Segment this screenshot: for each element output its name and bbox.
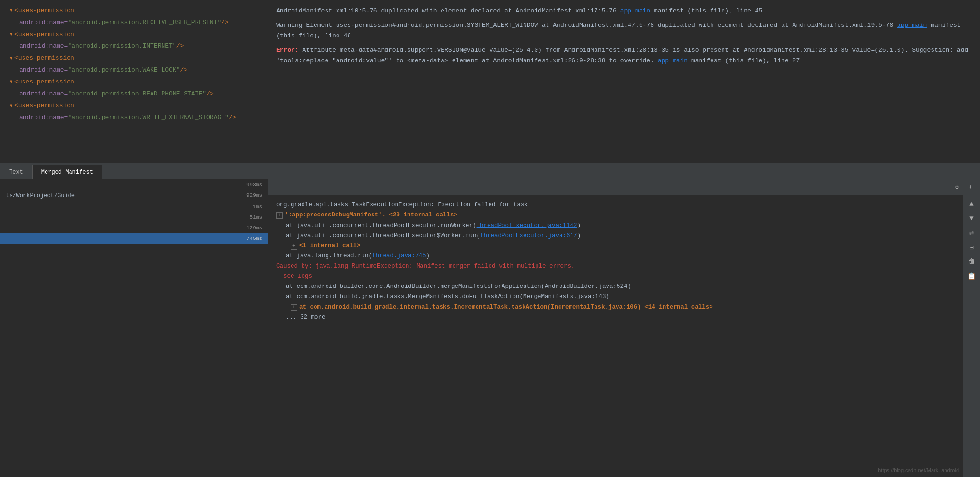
xml-line-5: ▼ <uses-permission bbox=[0, 100, 268, 112]
xml-attribute: android:name= bbox=[19, 113, 68, 123]
xml-value: "android.permission.INTERNET" bbox=[68, 41, 176, 51]
console-line-4: at java.util.concurrent.ThreadPoolExecut… bbox=[286, 231, 955, 241]
console-line-2: +':app:processDebugManifest'. <29 intern… bbox=[276, 210, 955, 220]
build-path: ts/WorkProject/Guide bbox=[6, 192, 75, 199]
console-line-seelogs: see logs bbox=[276, 272, 955, 282]
message-1: AndroidManifest.xml:10:5-76 duplicated w… bbox=[276, 6, 972, 16]
thread-pool-link-1[interactable]: ThreadPoolExecutor.java:1142 bbox=[477, 222, 577, 229]
expand-button-1[interactable]: + bbox=[276, 212, 283, 219]
console-line-caused: Caused by: java.lang.RuntimeException: M… bbox=[276, 262, 955, 272]
arrow-icon: ▼ bbox=[10, 55, 12, 62]
xml-value: "android.permission.READ_PHONE_STATE" bbox=[68, 89, 206, 99]
build-list: 993ms ts/WorkProject/Guide 929ms 1ms 51m… bbox=[0, 179, 268, 477]
xml-attribute: android:name= bbox=[19, 41, 68, 51]
delete-button[interactable]: 🗑 bbox=[965, 255, 979, 268]
xml-value: "android.permission.WRITE_EXTERNAL_STORA… bbox=[68, 113, 228, 123]
xml-attr-phone: android:name="android.permission.READ_PH… bbox=[10, 88, 268, 100]
xml-line-4: ▼ <uses-permission bbox=[0, 76, 268, 88]
xml-line-2: ▼ <uses-permission bbox=[0, 29, 268, 41]
build-item-1[interactable]: 993ms bbox=[0, 179, 268, 190]
xml-tag: <uses-permission bbox=[14, 30, 74, 40]
console-line-3: at java.util.concurrent.ThreadPoolExecut… bbox=[286, 221, 955, 231]
xml-attr-receive: android:name="android.permission.RECEIVE… bbox=[10, 17, 268, 29]
build-time: 745ms bbox=[246, 236, 262, 241]
tab-text[interactable]: Text bbox=[0, 165, 32, 179]
console-line-1: org.gradle.api.tasks.TaskExecutionExcept… bbox=[276, 200, 955, 210]
build-time: 1ms bbox=[253, 204, 262, 210]
scroll-up-button[interactable]: ▲ bbox=[965, 197, 979, 211]
xml-tag: <uses-permission bbox=[14, 53, 74, 63]
message-3: Error: Attribute meta-data#android.suppo… bbox=[276, 45, 972, 66]
console-bold-text-2: <1 internal call> bbox=[299, 242, 361, 249]
build-time: 929ms bbox=[246, 192, 262, 199]
xml-attribute: android:name= bbox=[19, 89, 68, 99]
arrow-icon: ▼ bbox=[10, 31, 12, 38]
scroll-down-button[interactable]: ▼ bbox=[965, 212, 979, 225]
messages-panel: AndroidManifest.xml:10:5-76 duplicated w… bbox=[268, 0, 980, 163]
right-toolbar: ▲ ▼ ⇄ ⊟ 🗑 📋 bbox=[963, 195, 980, 477]
watermark: https://blog.csdn.net/Mark_android bbox=[878, 467, 959, 473]
console-line-9: +at com.android.build.gradle.internal.ta… bbox=[276, 302, 955, 312]
xml-tag: <uses-permission bbox=[14, 6, 74, 16]
tabs-bar: Text Merged Manifest bbox=[0, 163, 980, 179]
expand-button-3[interactable]: + bbox=[291, 304, 297, 311]
xml-line-3: ▼ <uses-permission bbox=[0, 52, 268, 64]
xml-line-truncated: ▼ <uses-permission bbox=[0, 5, 268, 17]
console-line-5: +<1 internal call> bbox=[276, 241, 955, 251]
xml-editor-panel: ▼ <uses-permission android:name="android… bbox=[0, 0, 268, 163]
console-line-6: at java.lang.Thread.run(Thread.java:745) bbox=[286, 251, 955, 261]
arrow-icon: ▼ bbox=[10, 102, 12, 110]
build-time: 993ms bbox=[246, 182, 262, 188]
xml-value: "android.permission.RECEIVE_USER_PRESENT… bbox=[68, 18, 221, 28]
xml-attr-storage: android:name="android.permission.WRITE_E… bbox=[10, 112, 268, 124]
xml-attr-internet: android:name="android.permission.INTERNE… bbox=[10, 40, 268, 52]
console-line-7: at com.android.builder.core.AndroidBuild… bbox=[286, 282, 955, 292]
build-time: 129ms bbox=[246, 225, 262, 231]
arrow-icon: ▼ bbox=[10, 7, 12, 14]
download-icon[interactable]: ⬇ bbox=[965, 181, 976, 193]
expand-button-2[interactable]: + bbox=[291, 243, 297, 250]
app-main-link-2[interactable]: app main bbox=[897, 22, 927, 29]
xml-tag: <uses-permission bbox=[14, 77, 74, 87]
xml-tag: <uses-permission bbox=[14, 101, 74, 111]
arrow-icon: ▼ bbox=[10, 78, 12, 86]
build-item-2[interactable]: ts/WorkProject/Guide 929ms bbox=[0, 190, 268, 202]
xml-attribute: android:name= bbox=[19, 18, 68, 28]
console-bold-text: ':app:processDebugManifest'. <29 interna… bbox=[285, 212, 457, 218]
console-line-10: ... 32 more bbox=[286, 312, 955, 322]
console-bold-text-3: at com.android.build.gradle.internal.tas… bbox=[299, 304, 713, 310]
collapse-button[interactable]: ⊟ bbox=[965, 240, 979, 254]
error-label: Error: bbox=[276, 47, 299, 54]
build-item-3[interactable]: 1ms bbox=[0, 202, 268, 212]
build-item-5[interactable]: 129ms bbox=[0, 223, 268, 233]
bottom-section: 993ms ts/WorkProject/Guide 929ms 1ms 51m… bbox=[0, 179, 980, 477]
message-2: Warning Element uses-permission#android.… bbox=[276, 20, 972, 41]
thread-link[interactable]: Thread.java:745 bbox=[372, 252, 426, 259]
thread-pool-link-2[interactable]: ThreadPoolExecutor.java:617 bbox=[480, 232, 577, 239]
tab-merged-manifest[interactable]: Merged Manifest bbox=[32, 165, 102, 179]
app-main-link-1[interactable]: app main bbox=[620, 7, 650, 14]
build-item-4[interactable]: 51ms bbox=[0, 212, 268, 223]
build-item-6[interactable]: 745ms bbox=[0, 233, 268, 244]
xml-attr-wakelock: android:name="android.permission.WAKE_LO… bbox=[10, 64, 268, 76]
sync-button[interactable]: ⇄ bbox=[965, 226, 979, 239]
xml-attribute: android:name= bbox=[19, 65, 68, 75]
app-main-link-3[interactable]: app main bbox=[658, 57, 688, 64]
console-line-8: at com.android.build.gradle.tasks.MergeM… bbox=[286, 292, 955, 302]
copy-button[interactable]: 📋 bbox=[965, 269, 979, 283]
build-time: 51ms bbox=[250, 215, 262, 220]
xml-value: "android.permission.WAKE_LOCK" bbox=[68, 65, 180, 75]
console-panel: org.gradle.api.tasks.TaskExecutionExcept… bbox=[268, 195, 963, 477]
settings-icon[interactable]: ⚙ bbox=[951, 181, 963, 193]
settings-row: ⚙ ⬇ bbox=[268, 179, 980, 195]
